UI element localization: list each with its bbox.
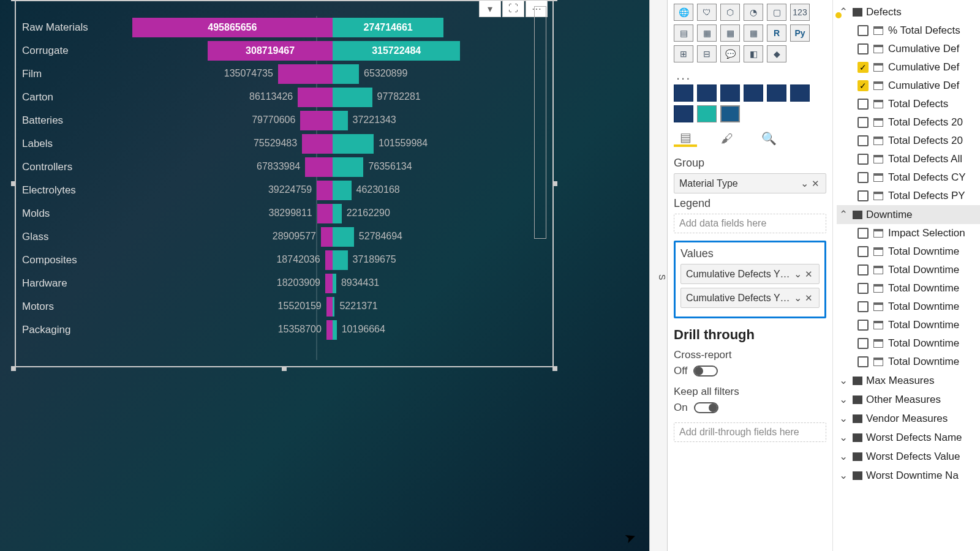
checkbox[interactable]: ✓	[858, 80, 869, 91]
checkbox[interactable]	[858, 283, 869, 294]
analytics-tab-icon[interactable]: 🔍	[757, 130, 780, 147]
multi-card-icon[interactable]: 123	[790, 4, 810, 21]
remove-field-icon[interactable]: ✕	[803, 293, 814, 304]
bar-right[interactable]	[333, 64, 359, 84]
checkbox[interactable]	[858, 25, 869, 36]
filter-icon[interactable]: ▾	[479, 0, 501, 17]
field-item[interactable]: Total Downtime	[837, 242, 980, 261]
checkbox[interactable]	[858, 135, 869, 146]
field-item[interactable]: Total Defects All	[837, 150, 980, 168]
custom-visual-5[interactable]	[767, 84, 786, 102]
bar-right[interactable]	[333, 320, 337, 340]
drill-through-drop-area[interactable]: Add drill-through fields here	[674, 422, 826, 442]
field-item[interactable]: Total Defects 20	[837, 132, 980, 150]
chart-row[interactable]: Carton8611342697782281	[20, 86, 549, 109]
chevron-down-icon[interactable]: ⌄	[792, 292, 803, 304]
chevron-down-icon[interactable]: ⌄	[792, 268, 803, 280]
chevron-down-icon[interactable]: ⌄	[838, 374, 849, 387]
chevron-down-icon[interactable]: ⌄	[838, 393, 849, 406]
format-tab-icon[interactable]: 🖌	[715, 130, 739, 147]
gauge-icon[interactable]: ◔	[744, 4, 763, 21]
collapsed-pane-strip[interactable]: S	[649, 0, 668, 551]
field-item[interactable]: % Total Defects	[837, 21, 980, 40]
globe-icon[interactable]: 🌐	[674, 4, 693, 21]
field-item[interactable]: Total Downtime	[837, 316, 980, 334]
bar-right[interactable]	[333, 227, 354, 247]
key-influencers-icon[interactable]: ⊞	[674, 45, 693, 62]
bar-right[interactable]: 274714661	[333, 18, 443, 37]
bar-left[interactable]: 308719467	[208, 41, 333, 61]
bar-right[interactable]	[333, 250, 348, 270]
field-item[interactable]: Total Defects CY	[837, 168, 980, 187]
custom-visual-1[interactable]	[674, 84, 693, 102]
bar-left[interactable]	[278, 64, 333, 84]
checkbox[interactable]	[858, 99, 869, 110]
values-pill-1[interactable]: Cumulative Defects YTD ⌄ ✕	[680, 264, 820, 284]
chevron-down-icon[interactable]: ⌄	[838, 431, 849, 444]
custom-visual-2[interactable]	[697, 84, 717, 102]
legend-drop-area[interactable]: Add data fields here	[674, 214, 826, 233]
checkbox[interactable]: ✓	[858, 62, 869, 73]
chart-row[interactable]: Film13507473565320899	[20, 62, 549, 86]
field-group-worst-downtime-na[interactable]: ⌄Worst Downtime Na	[837, 466, 980, 485]
checkbox[interactable]	[858, 320, 869, 331]
field-item[interactable]: Cumulative Def	[837, 40, 980, 58]
chart-row[interactable]: Raw Materials495865656274714661	[20, 16, 549, 39]
field-item[interactable]: Total Defects	[837, 95, 980, 113]
bar-right[interactable]	[333, 88, 372, 107]
bar-right[interactable]	[333, 297, 334, 317]
matrix-icon[interactable]: ▦	[744, 24, 763, 42]
chart-row[interactable]: Labels75529483101559984	[20, 132, 549, 156]
keep-filters-toggle[interactable]	[694, 402, 718, 413]
bar-right[interactable]	[333, 181, 352, 200]
bar-left[interactable]	[321, 227, 333, 247]
field-group-defects[interactable]: ⌃Defects	[837, 2, 980, 21]
chevron-down-icon[interactable]: ⌄	[838, 412, 849, 425]
field-group-max-measures[interactable]: ⌄Max Measures	[837, 371, 980, 390]
report-canvas[interactable]: ▾ ⛶ ⋯ Raw Materials495865656274714661Cor…	[0, 0, 649, 551]
qa-icon[interactable]: 💬	[720, 45, 740, 62]
field-group-downtime[interactable]: ⌃Downtime	[837, 205, 980, 224]
bar-left[interactable]	[302, 134, 333, 154]
chart-row[interactable]: Motors155201595221371	[20, 295, 549, 318]
chart-row[interactable]: Glass2890957752784694	[20, 225, 549, 249]
shape-map-icon[interactable]: ⬡	[720, 4, 740, 21]
tornado-chart-visual[interactable]: ▾ ⛶ ⋯ Raw Materials495865656274714661Cor…	[15, 0, 554, 367]
bar-left[interactable]	[317, 181, 333, 200]
fields-tab-icon[interactable]: ▤	[674, 130, 697, 147]
focus-mode-icon[interactable]: ⛶	[502, 0, 524, 17]
field-item[interactable]: Total Downtime	[837, 261, 980, 279]
field-item[interactable]: Total Downtime	[837, 353, 980, 371]
field-item[interactable]: Total Defects 20	[837, 113, 980, 132]
group-field-pill[interactable]: Material Type ⌄ ✕	[674, 173, 826, 193]
custom-visual-4[interactable]	[744, 84, 763, 102]
chart-row[interactable]: Molds3829981122162290	[20, 202, 549, 225]
remove-field-icon[interactable]: ✕	[803, 269, 814, 280]
checkbox[interactable]	[858, 356, 869, 367]
tornado-visual-icon[interactable]	[720, 105, 740, 122]
checkbox[interactable]	[858, 301, 869, 312]
chart-row[interactable]: Electrolytes3922475946230168	[20, 179, 549, 202]
paginated-icon[interactable]: ◧	[744, 45, 763, 62]
chart-row[interactable]: Packaging1535870010196664	[20, 318, 549, 342]
values-well[interactable]: Values Cumulative Defects YTD ⌄ ✕ Cumula…	[674, 241, 826, 318]
field-item[interactable]: ✓Cumulative Def	[837, 77, 980, 95]
decomposition-icon[interactable]: ⊟	[697, 45, 717, 62]
checkbox[interactable]	[858, 190, 869, 201]
field-group-worst-defects-value[interactable]: ⌄Worst Defects Value	[837, 447, 980, 466]
checkbox[interactable]	[858, 154, 869, 165]
card-icon[interactable]: ▢	[767, 4, 786, 21]
chevron-down-icon[interactable]: ⌄	[838, 469, 849, 482]
bar-left[interactable]	[305, 157, 333, 177]
chart-row[interactable]: Batteries7977060637221343	[20, 109, 549, 132]
slicer-icon[interactable]: ▦	[697, 24, 717, 42]
remove-field-icon[interactable]: ✕	[810, 178, 821, 189]
bar-right[interactable]	[333, 274, 336, 293]
bar-right[interactable]	[333, 204, 342, 223]
bar-left[interactable]	[326, 320, 333, 340]
field-item[interactable]: ✓Cumulative Def	[837, 58, 980, 77]
bar-right[interactable]	[333, 157, 363, 177]
bar-right[interactable]	[333, 134, 374, 154]
checkbox[interactable]	[858, 117, 869, 128]
field-item[interactable]: Total Downtime	[837, 334, 980, 353]
